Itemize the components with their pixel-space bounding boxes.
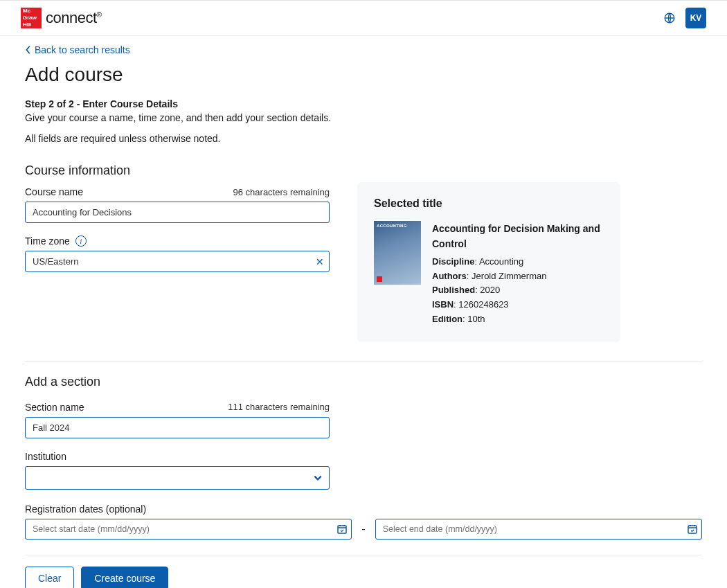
clear-button[interactable]: Clear [25, 567, 74, 588]
create-course-button[interactable]: Create course [81, 567, 168, 588]
step-indicator: Step 2 of 2 - Enter Course Details [25, 98, 702, 109]
section-divider [25, 362, 702, 362]
timezone-input[interactable] [25, 251, 330, 272]
section-name-remaining: 111 characters remaining [228, 402, 330, 412]
selected-title-heading: Selected title [374, 197, 604, 210]
end-date-input[interactable] [375, 519, 702, 540]
date-range-dash: - [361, 523, 365, 535]
top-bar: Mc Graw Hill connect® KV [0, 0, 727, 36]
mh-square-logo: Mc Graw Hill [21, 8, 42, 28]
info-icon[interactable]: i [75, 235, 87, 247]
course-info-heading: Course information [25, 163, 702, 178]
connect-wordmark: connect® [46, 9, 101, 27]
book-authors: Authors: Jerold Zimmerman [432, 269, 604, 284]
calendar-icon[interactable] [336, 524, 348, 535]
back-link-label: Back to search results [35, 44, 130, 55]
timezone-label: Time zone [25, 235, 70, 247]
back-to-search-link[interactable]: Back to search results [25, 44, 130, 55]
book-edition: Edition: 10th [432, 312, 604, 327]
svg-rect-1 [338, 526, 346, 533]
section-name-label: Section name [25, 402, 84, 413]
calendar-icon[interactable] [687, 524, 698, 535]
button-divider [25, 555, 702, 555]
start-date-input[interactable] [25, 519, 352, 540]
registration-dates-label: Registration dates (optional) [25, 504, 702, 515]
section-name-input[interactable] [25, 417, 330, 438]
institution-label: Institution [25, 451, 330, 462]
page-instruction: Give your course a name, time zone, and … [25, 112, 702, 123]
clear-timezone-icon[interactable]: ✕ [316, 256, 324, 267]
brand-logo[interactable]: Mc Graw Hill connect® [21, 8, 101, 28]
page-title: Add course [25, 64, 702, 86]
course-name-remaining: 96 characters remaining [233, 187, 330, 197]
add-section-heading: Add a section [25, 375, 702, 389]
svg-rect-2 [688, 526, 697, 533]
globe-icon[interactable] [663, 12, 676, 24]
book-title: Accounting for Decision Making and Contr… [432, 221, 604, 252]
book-cover-image: ACCOUNTING [374, 221, 421, 285]
course-name-label: Course name [25, 186, 83, 197]
institution-select[interactable] [25, 466, 330, 490]
book-discipline: Discipline: Accounting [432, 255, 604, 269]
required-note: All fields are required unless otherwise… [25, 133, 702, 144]
book-isbn: ISBN: 1260248623 [432, 298, 604, 312]
user-avatar[interactable]: KV [685, 8, 706, 28]
course-name-input[interactable] [25, 202, 330, 223]
selected-title-card: Selected title ACCOUNTING Accounting for… [357, 182, 620, 342]
book-published: Published: 2020 [432, 283, 604, 298]
chevron-left-icon [25, 45, 32, 55]
